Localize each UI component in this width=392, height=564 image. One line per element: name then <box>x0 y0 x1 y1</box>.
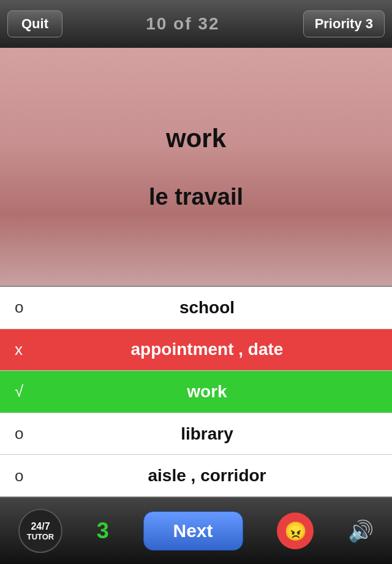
answer-row[interactable]: xappointment , date <box>0 329 392 372</box>
answer-text: library <box>37 424 377 444</box>
answer-indicator: x <box>15 340 37 359</box>
answer-text: school <box>37 298 377 318</box>
answer-indicator: o <box>15 298 37 317</box>
answer-text: aisle , corridor <box>37 466 377 486</box>
answer-row[interactable]: oaisle , corridor <box>0 455 392 497</box>
speaker-button[interactable]: 🔊 <box>348 519 374 543</box>
answer-indicator: o <box>15 424 37 443</box>
flashcard: work le travail <box>0 48 392 287</box>
answer-row[interactable]: √work <box>0 371 392 413</box>
top-bar: Quit 10 of 32 Priority 3 <box>0 0 392 48</box>
progress-label: 10 of 32 <box>146 14 219 34</box>
next-button[interactable]: Next <box>143 511 243 551</box>
answer-indicator: √ <box>15 382 37 401</box>
speaker-icon: 🔊 <box>348 519 374 543</box>
answers-list: oschoolxappointment , date√workolibraryo… <box>0 287 392 497</box>
tutor-logo[interactable]: 24/7 TUTOR <box>18 509 62 553</box>
answer-row[interactable]: oschool <box>0 287 392 329</box>
answer-indicator: o <box>15 467 37 486</box>
answer-text: work <box>37 382 377 402</box>
bottom-bar: 24/7 TUTOR 3 Next 😠 🔊 <box>0 497 392 564</box>
quit-button[interactable]: Quit <box>7 10 62 37</box>
answer-text: appointment , date <box>37 340 377 359</box>
score-label: 3 <box>97 518 109 544</box>
sad-face-button[interactable]: 😠 <box>277 513 314 549</box>
french-word: le travail <box>149 184 243 210</box>
tutor-logo-top: 24/7 <box>31 520 50 532</box>
answer-row[interactable]: olibrary <box>0 413 392 455</box>
priority-button[interactable]: Priority 3 <box>303 10 385 37</box>
english-word: work <box>166 124 226 153</box>
tutor-logo-bottom: TUTOR <box>27 532 55 542</box>
